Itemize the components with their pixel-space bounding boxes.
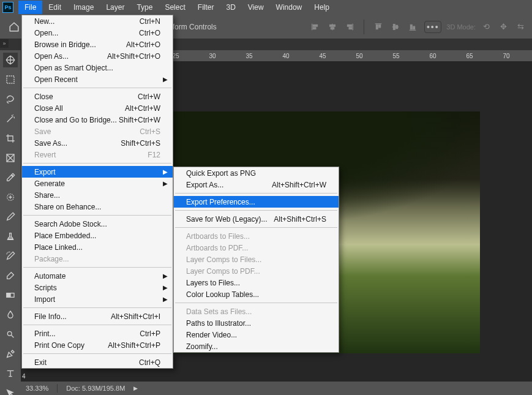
- file-menu-item-print[interactable]: Print...Ctrl+P: [22, 328, 173, 339]
- export-menu-item-export-preferences[interactable]: Export Preferences...: [174, 196, 339, 208]
- file-menu-item-close[interactable]: CloseCtrl+W: [22, 91, 173, 102]
- menu-item-label: Generate: [34, 179, 160, 188]
- separator: [364, 20, 364, 34]
- file-menu-item-save-as[interactable]: Save As...Shift+Ctrl+S: [22, 137, 173, 149]
- menu-file[interactable]: File: [18, 1, 42, 14]
- align-center-h-icon[interactable]: [326, 20, 339, 34]
- healing-brush-tool[interactable]: [3, 190, 18, 205]
- eyedropper-tool[interactable]: [3, 170, 18, 185]
- path-selection-tool[interactable]: [3, 386, 18, 395]
- align-middle-icon[interactable]: [389, 20, 402, 34]
- eraser-tool[interactable]: [3, 268, 18, 283]
- file-menu-item-revert: RevertF12: [22, 149, 173, 160]
- menu-window[interactable]: Window: [270, 1, 309, 14]
- menu-view[interactable]: View: [242, 1, 270, 14]
- menu-item-label: Search Adobe Stock...: [34, 220, 160, 228]
- menu-item-shortcut: Alt+Shift+Ctrl+O: [107, 52, 160, 61]
- menu-item-shortcut: Shift+Ctrl+S: [121, 139, 160, 148]
- file-menu-item-search-adobe-stock[interactable]: Search Adobe Stock...: [22, 218, 173, 230]
- file-menu-item-new[interactable]: New...Ctrl+N: [22, 15, 173, 27]
- slide-3d-icon[interactable]: ⇆: [514, 20, 527, 34]
- menu-separator: [23, 325, 171, 325]
- pan-3d-icon[interactable]: ✥: [496, 20, 510, 34]
- status-arrow-icon[interactable]: ▶: [133, 385, 138, 391]
- menu-edit[interactable]: Edit: [42, 1, 67, 14]
- more-options-button[interactable]: •••: [424, 21, 441, 33]
- align-top-icon[interactable]: [372, 20, 385, 34]
- export-menu-item-data-sets-as-files: Data Sets as Files...: [174, 306, 339, 317]
- file-menu-item-automate[interactable]: Automate▶: [22, 270, 173, 282]
- frame-tool[interactable]: [3, 151, 18, 165]
- pen-tool[interactable]: [3, 347, 18, 361]
- menu-layer[interactable]: Layer: [100, 1, 130, 14]
- export-menu-item-export-as[interactable]: Export As...Alt+Shift+Ctrl+W: [174, 179, 339, 190]
- export-menu-item-layers-to-files[interactable]: Layers to Files...: [174, 277, 339, 288]
- type-tool[interactable]: [3, 366, 18, 381]
- file-menu-item-open-as[interactable]: Open As...Alt+Shift+Ctrl+O: [22, 50, 173, 62]
- dodge-tool[interactable]: [3, 327, 18, 342]
- zoom-level[interactable]: 33.33%: [26, 385, 48, 392]
- orbit-icon[interactable]: ⟲: [479, 20, 493, 34]
- menu-item-label: Share on Behance...: [34, 203, 160, 211]
- export-menu-item-save-for-web-legacy[interactable]: Save for Web (Legacy)...Alt+Shift+Ctrl+S: [174, 213, 339, 225]
- magic-wand-tool[interactable]: [3, 111, 18, 126]
- menu-filter[interactable]: Filter: [192, 1, 220, 14]
- menu-item-label: Close All: [34, 104, 125, 113]
- file-menu-item-browse-in-bridge[interactable]: Browse in Bridge...Alt+Ctrl+O: [22, 39, 173, 50]
- align-bottom-icon[interactable]: [406, 20, 419, 34]
- ruler-tick: 30: [203, 53, 222, 59]
- file-menu-item-file-info[interactable]: File Info...Alt+Shift+Ctrl+I: [22, 310, 173, 322]
- export-menu-item-paths-to-illustrator[interactable]: Paths to Illustrator...: [174, 317, 339, 329]
- align-right-icon[interactable]: [343, 20, 356, 34]
- align-left-icon[interactable]: [309, 20, 322, 34]
- home-icon[interactable]: [5, 18, 23, 36]
- brush-tool[interactable]: [3, 209, 18, 224]
- export-menu-item-zoomify[interactable]: Zoomify...: [174, 340, 339, 352]
- menu-item-label: Import: [34, 295, 160, 304]
- submenu-arrow-icon: ▶: [163, 76, 168, 83]
- export-menu-item-render-video[interactable]: Render Video...: [174, 329, 339, 340]
- file-menu-item-exit[interactable]: ExitCtrl+Q: [22, 356, 173, 368]
- move-tool[interactable]: [3, 53, 18, 67]
- menu-item-shortcut: Ctrl+O: [139, 29, 160, 37]
- file-menu-item-export[interactable]: Export▶: [22, 166, 173, 178]
- svg-rect-7: [348, 24, 352, 26]
- menu-item-label: Artboards to Files...: [186, 232, 326, 241]
- history-brush-tool[interactable]: [3, 249, 18, 263]
- file-menu-item-generate[interactable]: Generate▶: [22, 178, 173, 189]
- file-menu-item-open-as-smart-object[interactable]: Open as Smart Object...: [22, 62, 173, 73]
- crop-tool[interactable]: [3, 131, 18, 146]
- menu-3d[interactable]: 3D: [220, 1, 241, 14]
- menu-type[interactable]: Type: [130, 1, 159, 14]
- menu-image[interactable]: Image: [67, 1, 100, 14]
- file-menu-item-package: Package...: [22, 253, 173, 265]
- gradient-tool[interactable]: [3, 288, 18, 303]
- marquee-tool[interactable]: [3, 72, 18, 87]
- file-menu-item-place-embedded[interactable]: Place Embedded...: [22, 230, 173, 241]
- doc-size[interactable]: Doc: 5.93M/195.8M: [66, 385, 125, 392]
- svg-rect-1: [313, 24, 318, 26]
- clone-stamp-tool[interactable]: [3, 229, 18, 244]
- file-menu-item-close-and-go-to-bridge[interactable]: Close and Go to Bridge...Shift+Ctrl+W: [22, 114, 173, 126]
- export-menu-item-quick-export-as-png[interactable]: Quick Export as PNG: [174, 167, 339, 179]
- menu-select[interactable]: Select: [159, 1, 191, 14]
- file-menu-item-scripts[interactable]: Scripts▶: [22, 282, 173, 293]
- file-menu-item-open-recent[interactable]: Open Recent▶: [22, 73, 173, 85]
- file-menu-item-place-linked[interactable]: Place Linked...: [22, 241, 173, 253]
- lasso-tool[interactable]: [3, 92, 18, 107]
- file-menu-item-share-on-behance[interactable]: Share on Behance...: [22, 201, 173, 213]
- file-menu-item-print-one-copy[interactable]: Print One CopyAlt+Shift+Ctrl+P: [22, 339, 173, 351]
- menu-item-shortcut: Alt+Shift+Ctrl+P: [108, 341, 160, 350]
- menu-separator: [175, 193, 337, 194]
- blur-tool[interactable]: [3, 307, 18, 322]
- file-menu-item-close-all[interactable]: Close AllAlt+Ctrl+W: [22, 102, 173, 114]
- file-menu-item-share[interactable]: Share...: [22, 189, 173, 201]
- file-menu-item-import[interactable]: Import▶: [22, 293, 173, 305]
- export-menu-item-color-lookup-tables[interactable]: Color Lookup Tables...: [174, 288, 339, 300]
- menu-help[interactable]: Help: [308, 1, 335, 14]
- file-menu-item-open[interactable]: Open...Ctrl+O: [22, 27, 173, 39]
- menu-item-label: Print...: [34, 329, 140, 338]
- align-icons: [309, 20, 356, 34]
- panel-expand-icon[interactable]: »: [0, 39, 9, 48]
- ruler-tick: 70: [497, 53, 515, 59]
